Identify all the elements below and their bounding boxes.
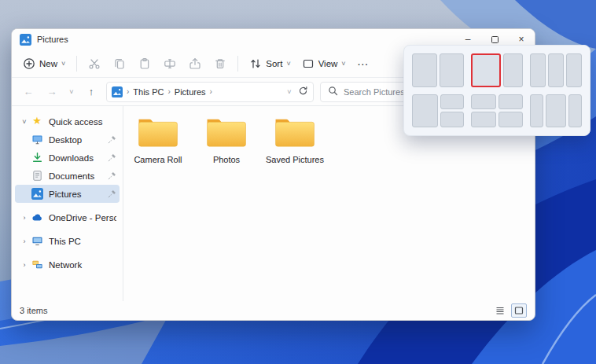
view-icon — [302, 57, 315, 70]
maximize-icon — [491, 36, 499, 43]
sidebar-item-quick-access[interactable]: ˅ ★ Quick access — [15, 112, 120, 131]
chevron-down-icon[interactable]: ˅ — [18, 118, 31, 126]
pictures-folder-icon — [112, 86, 123, 97]
window-title: Pictures — [37, 35, 454, 44]
toolbar-divider — [76, 56, 77, 72]
sidebar-item-pictures[interactable]: Pictures — [15, 185, 120, 203]
sidebar-item-downloads[interactable]: Downloads — [15, 149, 120, 167]
snap-layout-two-columns-left-wide[interactable] — [471, 53, 523, 87]
chevron-right-icon[interactable]: › — [18, 237, 31, 245]
paste-icon[interactable] — [138, 57, 151, 70]
view-toggles — [492, 303, 527, 318]
forward-button[interactable]: → — [43, 86, 61, 97]
snap-layout-grid-2x2[interactable] — [471, 94, 523, 128]
folder-item-label: Saved Pictures — [266, 155, 324, 164]
snap-cell-left[interactable] — [530, 94, 543, 128]
sidebar-item-label: OneDrive - Personal — [49, 213, 116, 222]
snap-cell-top-left[interactable] — [471, 94, 496, 110]
snap-layout-three-columns-center-wide[interactable] — [530, 94, 582, 128]
address-dropdown-chevron-icon[interactable]: ˅ — [285, 88, 294, 96]
snap-layout-two-columns-equal[interactable] — [412, 53, 464, 87]
new-button[interactable]: New ˅ — [23, 57, 65, 70]
chevron-down-icon: ˅ — [61, 60, 65, 68]
sidebar-item-network[interactable]: › Network — [15, 256, 120, 274]
sidebar-item-label: Pictures — [49, 189, 105, 199]
sidebar-item-desktop[interactable]: Desktop — [15, 131, 120, 149]
computer-icon — [31, 235, 43, 247]
folder-item-camera-roll[interactable]: Camera Roll — [127, 114, 189, 164]
pin-icon — [108, 153, 116, 162]
thumbnail-view-button[interactable] — [511, 303, 527, 318]
breadcrumb-chevron-icon: › — [210, 87, 212, 96]
breadcrumb-this-pc[interactable]: This PC — [133, 87, 164, 97]
snap-cell-center[interactable] — [548, 53, 564, 87]
snap-cell-left[interactable] — [530, 53, 546, 87]
share-icon[interactable] — [189, 57, 201, 70]
chevron-right-icon[interactable]: › — [18, 214, 31, 222]
more-icon: … — [357, 57, 370, 70]
sidebar-item-label: Network — [49, 260, 116, 270]
folder-icon — [272, 114, 318, 150]
chevron-down-icon: ˅ — [286, 60, 290, 68]
snap-cell-right[interactable] — [503, 53, 523, 87]
breadcrumb-pictures[interactable]: Pictures — [175, 87, 206, 97]
sidebar-item-this-pc[interactable]: › This PC — [15, 232, 120, 250]
snap-cell-center[interactable] — [546, 94, 567, 128]
snap-cell-left-highlighted[interactable] — [471, 53, 501, 87]
pictures-app-icon — [20, 34, 31, 46]
sidebar-item-label: This PC — [49, 237, 116, 246]
desktop-icon — [31, 134, 43, 145]
view-button-label: View — [318, 59, 338, 68]
snap-cell-right[interactable] — [440, 53, 465, 87]
chevron-down-icon: ˅ — [341, 60, 345, 68]
folder-icon — [135, 114, 181, 150]
toolbar-divider — [237, 56, 238, 72]
snap-layout-three-columns-equal[interactable] — [530, 53, 582, 87]
sort-arrows-icon — [249, 57, 262, 70]
new-button-label: New — [39, 59, 57, 68]
copy-icon[interactable] — [113, 57, 126, 70]
snap-cell-left[interactable] — [412, 94, 438, 128]
snap-cell-bottom-left[interactable] — [471, 112, 496, 127]
sidebar-item-label: Quick access — [49, 117, 116, 127]
pin-icon — [108, 171, 116, 180]
item-count: 3 items — [20, 306, 492, 315]
network-icon — [31, 259, 43, 270]
sort-button[interactable]: Sort ˅ — [249, 57, 290, 70]
navigation-pane: ˅ ★ Quick access Desktop Downloads — [12, 106, 123, 301]
folder-item-saved-pictures[interactable]: Saved Pictures — [263, 114, 326, 164]
see-more-button[interactable]: … — [357, 57, 370, 70]
star-icon: ★ — [31, 116, 43, 127]
sidebar-item-label: Desktop — [49, 135, 105, 145]
snap-cell-top-right[interactable] — [440, 94, 465, 110]
snap-cell-right[interactable] — [568, 94, 582, 128]
breadcrumb-chevron-icon: › — [127, 87, 129, 96]
chevron-right-icon[interactable]: › — [18, 261, 31, 269]
pin-icon — [108, 189, 116, 198]
cut-icon[interactable] — [88, 57, 101, 70]
snap-layout-left-half-right-stacked[interactable] — [412, 94, 464, 128]
back-button[interactable]: ← — [20, 86, 37, 97]
delete-icon[interactable] — [214, 57, 226, 70]
folder-item-photos[interactable]: Photos — [195, 114, 258, 164]
sidebar-item-onedrive[interactable]: › OneDrive - Personal — [15, 208, 120, 226]
view-button[interactable]: View ˅ — [302, 57, 346, 70]
folder-icon — [204, 114, 249, 150]
pictures-icon — [31, 188, 43, 200]
folder-item-label: Camera Roll — [134, 155, 182, 164]
address-bar[interactable]: › This PC › Pictures › ˅ — [106, 82, 314, 102]
snap-cell-right[interactable] — [566, 53, 582, 87]
snap-layouts-flyout — [403, 45, 590, 136]
sidebar-item-documents[interactable]: Documents — [15, 167, 120, 185]
details-view-button[interactable] — [492, 303, 508, 318]
clipboard-actions — [88, 57, 226, 70]
snap-cell-bottom-right[interactable] — [440, 112, 465, 127]
rename-icon[interactable] — [164, 57, 176, 70]
snap-cell-left[interactable] — [412, 53, 437, 87]
snap-cell-bottom-right[interactable] — [499, 112, 524, 127]
refresh-icon[interactable] — [298, 85, 308, 99]
recent-locations-chevron-icon[interactable]: ˅ — [67, 88, 76, 96]
folder-item-label: Photos — [213, 155, 240, 164]
snap-cell-top-right[interactable] — [499, 94, 524, 110]
up-button[interactable]: ↑ — [83, 86, 100, 97]
